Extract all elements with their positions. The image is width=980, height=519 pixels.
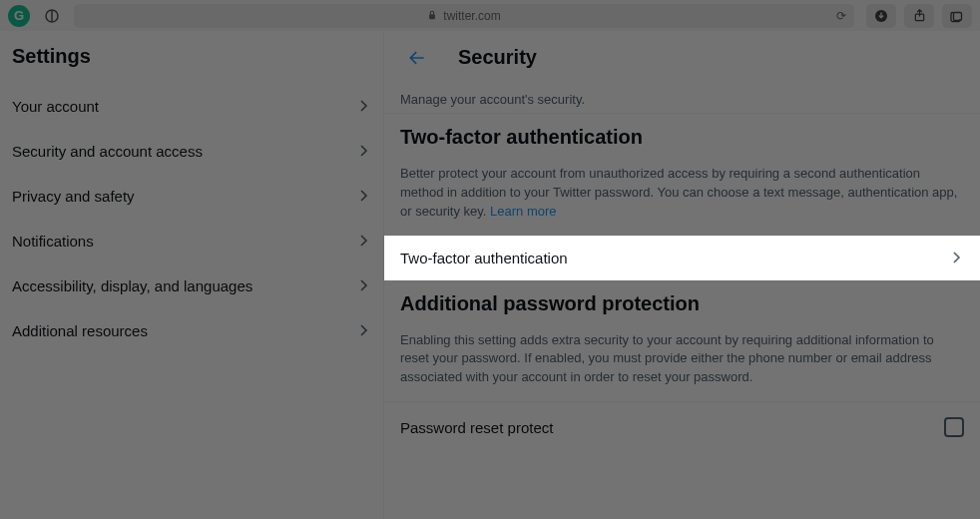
chevron-right-icon [948,250,964,265]
main-panel: Security Manage your account's security.… [384,31,980,519]
sidebar-item-privacy[interactable]: Privacy and safety [0,174,383,219]
sidebar-item-label: Notifications [12,233,94,250]
page-subtitle: Manage your account's security. [384,84,980,113]
chevron-right-icon [355,98,371,114]
sidebar-item-label: Accessibility, display, and languages [12,277,252,294]
chevron-right-icon [355,322,371,338]
app-content: Settings Your account Security and accou… [0,31,980,519]
sidebar-item-your-account[interactable]: Your account [0,84,383,129]
tfa-section-heading: Two-factor authentication [384,113,980,161]
reader-mode-icon[interactable] [38,4,66,28]
row-label: Two-factor authentication [400,250,568,266]
url-domain-text: twitter.com [443,9,500,23]
tfa-section-desc: Better protect your account from unautho… [384,161,980,236]
sidebar-item-notifications[interactable]: Notifications [0,219,383,263]
browser-toolbar: G twitter.com ⟳ [0,0,980,31]
sidebar-item-security-access[interactable]: Security and account access [0,129,383,174]
lock-icon [427,10,437,22]
chevron-right-icon [355,233,371,249]
tfa-desc-text: Better protect your account from unautho… [400,166,957,219]
sidebar-item-label: Security and account access [12,143,203,160]
chevron-right-icon [355,188,371,204]
sidebar-item-additional-resources[interactable]: Additional resources [0,308,383,353]
settings-sidebar: Settings Your account Security and accou… [0,31,384,519]
password-reset-protect-row[interactable]: Password reset protect [384,401,980,452]
page-title: Security [458,46,537,69]
main-header: Security [384,31,980,84]
checkbox-label: Password reset protect [400,419,553,436]
chevron-right-icon [355,277,371,293]
app-section-desc: Enabling this setting adds extra securit… [384,327,980,402]
chevron-right-icon [355,143,371,159]
two-factor-auth-row[interactable]: Two-factor authentication [384,236,980,280]
sidebar-item-label: Additional resources [12,322,148,339]
url-bar[interactable]: twitter.com ⟳ [74,4,854,28]
tabs-overview-icon[interactable] [942,4,972,28]
sidebar-item-accessibility[interactable]: Accessibility, display, and languages [0,263,383,308]
share-icon[interactable] [904,4,934,28]
sidebar-title: Settings [0,31,383,84]
sidebar-item-label: Your account [12,98,99,115]
grammarly-extension-icon[interactable]: G [8,5,30,27]
back-button[interactable] [400,41,434,75]
sidebar-item-label: Privacy and safety [12,188,135,205]
learn-more-link[interactable]: Learn more [490,204,556,219]
app-section-heading: Additional password protection [384,280,980,327]
password-reset-checkbox[interactable] [944,417,964,437]
downloads-icon[interactable] [866,4,896,28]
svg-rect-1 [429,14,435,19]
reload-icon[interactable]: ⟳ [836,9,846,23]
